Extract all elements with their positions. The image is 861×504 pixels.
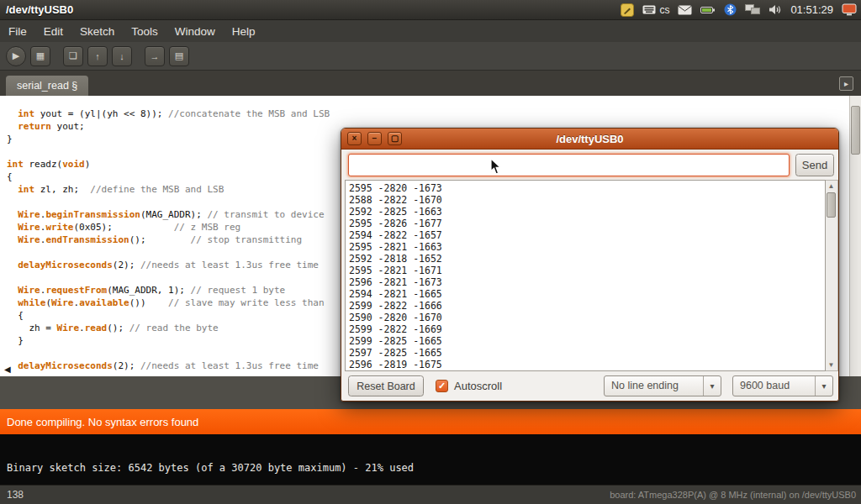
baud-rate-select[interactable]: 9600 baud ▾ (732, 375, 833, 396)
open-button[interactable]: ↑ (87, 46, 108, 66)
system-tray: cs 01:51:29 (621, 3, 861, 17)
serial-data-line: 2595 -2820 -1673 (349, 182, 825, 194)
stop-icon: ▦ (36, 50, 45, 61)
editor-scrollbar-handle[interactable] (851, 106, 860, 155)
compile-status-message: Done compiling. No syntax errors found (7, 416, 198, 428)
upload-button[interactable]: → (145, 46, 165, 66)
serial-lines: 2595 -2820 -16732588 -2822 -16702592 -28… (349, 182, 825, 370)
arrow-right-icon: → (151, 51, 160, 61)
tab-menu-arrow-icon: ▸ (844, 79, 848, 88)
arrow-up-icon: ↑ (95, 51, 100, 61)
network-icon[interactable] (745, 4, 760, 15)
clock[interactable]: 01:51:29 (790, 3, 833, 16)
volume-icon[interactable] (769, 4, 782, 15)
console-text: Binary sketch size: 6542 bytes (of a 307… (7, 462, 854, 474)
arrow-down-icon: ↓ (119, 51, 124, 61)
status-footer: 138 board: ATmega328P(A) @ 8 MHz (intern… (0, 485, 861, 504)
menu-item-sketch[interactable]: Sketch (71, 22, 123, 41)
serial-data-line: 2599 -2822 -1669 (349, 323, 825, 335)
serial-data-line: 2599 -2822 -1666 (349, 300, 825, 312)
serial-data-line: 2596 -2821 -1673 (349, 276, 825, 288)
monitor-icon: ▤ (175, 50, 183, 61)
code-line: int yout = (yl|(yh << 8)); //concatenate… (7, 108, 861, 120)
top-panel: /dev/ttyUSB0 cs 01:5 (0, 0, 861, 20)
chevron-down-icon: ▾ (815, 376, 832, 396)
serial-output[interactable]: 2595 -2820 -16732588 -2822 -16702592 -28… (345, 180, 826, 371)
toolbar: ▶ ▦ ❏ ↑ ↓ → ▤ (0, 42, 861, 71)
serial-data-line: 2588 -2822 -1670 (349, 194, 825, 206)
scrollbar-down-icon[interactable]: ▼ (826, 360, 837, 370)
menu-item-window[interactable]: Window (166, 22, 224, 41)
baud-rate-value: 9600 baud (733, 376, 790, 396)
verify-button[interactable]: ▶ (6, 46, 26, 66)
panel-window-title: /dev/ttyUSB0 (0, 3, 73, 16)
line-ending-select[interactable]: No line ending ▾ (604, 375, 721, 396)
close-icon[interactable]: × (347, 132, 362, 145)
board-info: board: ATmega328P(A) @ 8 MHz (internal) … (610, 490, 856, 500)
tab-bar: serial_read § ▸ (0, 71, 861, 96)
minimize-icon[interactable]: − (367, 132, 382, 145)
serial-monitor-title: /dev/ttyUSB0 (556, 133, 623, 145)
autoscroll-label: Autoscroll (454, 375, 502, 396)
serial-data-line: 2592 -2818 -1652 (349, 253, 825, 265)
stop-button[interactable]: ▦ (30, 46, 50, 66)
reset-board-button[interactable]: Reset Board (348, 375, 424, 396)
line-number: 138 (7, 489, 24, 501)
serial-data-line: 2595 -2821 -1671 (349, 265, 825, 276)
scrollbar-handle[interactable] (827, 192, 836, 218)
console-output: Binary sketch size: 6542 bytes (of a 307… (0, 434, 861, 485)
serial-data-line: 2592 -2825 -1663 (349, 206, 825, 218)
send-button[interactable]: Send (795, 154, 834, 176)
input-method-icon[interactable] (621, 3, 634, 17)
menu-item-edit[interactable]: Edit (35, 22, 71, 41)
serial-output-scrollbar[interactable]: ▲ ▼ (826, 180, 838, 371)
menu-item-tools[interactable]: Tools (123, 22, 166, 41)
keyboard-layout-label: cs (659, 4, 669, 16)
messaging-menu-icon[interactable] (678, 5, 692, 15)
compile-status-bar: Done compiling. No syntax errors found (0, 409, 861, 434)
tab-serial-read[interactable]: serial_read § (6, 76, 88, 96)
check-icon: ✓ (438, 381, 446, 391)
desktop: /dev/ttyUSB0 cs 01:5 (0, 0, 861, 504)
serial-data-line: 2594 -2822 -1657 (349, 229, 825, 241)
tab-menu-button[interactable]: ▸ (839, 76, 853, 91)
chevron-down-icon: ▾ (703, 376, 721, 396)
menu-item-file[interactable]: File (0, 22, 35, 41)
menu-item-help[interactable]: Help (224, 22, 264, 41)
new-sketch-button[interactable]: ❏ (63, 46, 83, 66)
serial-data-line: 2596 -2819 -1675 (349, 359, 825, 370)
maximize-icon[interactable]: ▢ (388, 132, 402, 145)
window-controls: × − ▢ (347, 132, 402, 145)
serial-data-line: 2595 -2826 -1677 (349, 218, 825, 229)
scroll-left-icon[interactable]: ◀ (4, 365, 11, 374)
autoscroll-checkbox[interactable]: ✓ (436, 380, 448, 392)
serial-data-line: 2597 -2825 -1665 (349, 347, 825, 359)
editor-scrollbar[interactable] (849, 96, 861, 376)
serial-data-line: 2595 -2821 -1663 (349, 241, 825, 253)
menu-bar: FileEditSketchToolsWindowHelp (0, 20, 861, 42)
tab-label: serial_read § (17, 80, 77, 92)
mouse-cursor (490, 158, 502, 176)
keyboard-layout-indicator[interactable]: cs (642, 4, 669, 16)
keyboard-icon (642, 5, 656, 14)
scrollbar-up-icon[interactable]: ▲ (826, 181, 837, 192)
bluetooth-icon[interactable] (724, 3, 737, 16)
line-ending-value: No line ending (605, 376, 679, 396)
new-file-icon: ❏ (69, 50, 77, 61)
serial-monitor-titlebar[interactable]: × − ▢ /dev/ttyUSB0 (341, 129, 838, 150)
save-button[interactable]: ↓ (112, 46, 132, 66)
serial-data-line: 2599 -2825 -1665 (349, 335, 825, 347)
serial-monitor-window: × − ▢ /dev/ttyUSB0 Send 2595 -2820 -1673… (341, 128, 839, 402)
serial-data-line: 2590 -2820 -1670 (349, 312, 825, 323)
serial-send-input[interactable] (348, 154, 790, 176)
serial-data-line: 2594 -2821 -1665 (349, 288, 825, 300)
session-menu-icon[interactable] (842, 3, 857, 16)
battery-icon[interactable] (700, 6, 716, 14)
serial-monitor-button[interactable]: ▤ (169, 46, 189, 66)
play-icon: ▶ (13, 50, 19, 61)
